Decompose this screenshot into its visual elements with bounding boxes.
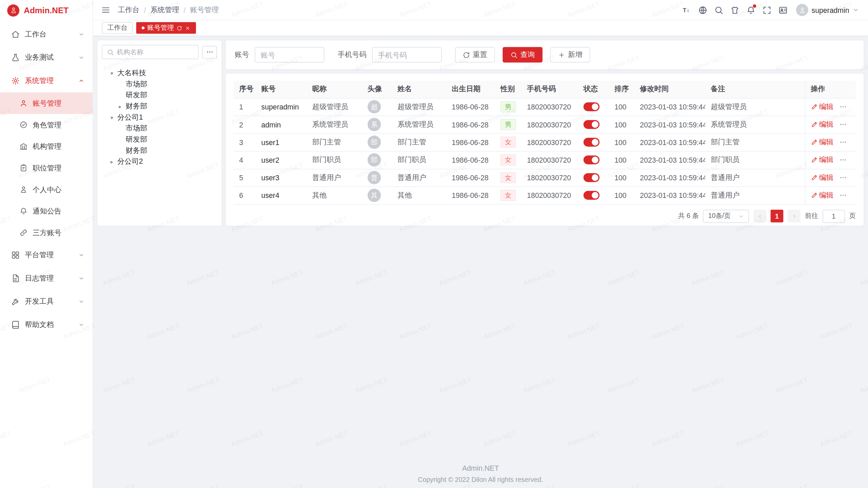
org-search-input[interactable] bbox=[117, 48, 194, 56]
page-size-select[interactable]: 10条/页 bbox=[703, 209, 749, 223]
sidebar-subitem-notice-announcement[interactable]: 通知公告 bbox=[0, 200, 93, 222]
edit-button[interactable]: 编辑 bbox=[811, 137, 833, 147]
sidebar-item-help-docs[interactable]: 帮助文档 bbox=[0, 313, 93, 337]
cell-index: 5 bbox=[234, 169, 256, 186]
language-button[interactable] bbox=[695, 2, 710, 17]
sidebar-subitem-account-management[interactable]: 账号管理 bbox=[0, 93, 93, 114]
next-page-button[interactable] bbox=[788, 210, 801, 223]
breadcrumb-item[interactable]: 工作台 bbox=[118, 5, 140, 15]
tree-caret-icon[interactable]: ▸ bbox=[117, 103, 123, 109]
cell-avatar: 系 bbox=[362, 116, 392, 133]
phone-input[interactable] bbox=[372, 47, 442, 63]
row-more-icon[interactable] bbox=[839, 138, 847, 146]
breadcrumb-item[interactable]: 系统管理 bbox=[150, 5, 179, 15]
row-more-icon[interactable] bbox=[839, 191, 847, 199]
cell-status bbox=[578, 169, 609, 186]
sidebar-item-dev-tools[interactable]: 开发工具 bbox=[0, 290, 93, 313]
status-toggle[interactable] bbox=[584, 120, 599, 129]
sidebar-subitem-label: 职位管理 bbox=[33, 163, 61, 173]
tab-refresh-icon[interactable] bbox=[177, 25, 182, 30]
tree-caret-icon[interactable]: ▾ bbox=[108, 70, 115, 76]
tab-close-icon[interactable] bbox=[185, 25, 190, 30]
footer-title: Admin.NET bbox=[93, 464, 868, 472]
svg-text:t: t bbox=[688, 8, 689, 13]
sidebar-subitem-label: 账号管理 bbox=[33, 98, 61, 108]
reset-button[interactable]: 重置 bbox=[455, 47, 495, 63]
search-button[interactable]: 查询 bbox=[502, 47, 542, 63]
topbar-actions: Tt bbox=[679, 2, 790, 17]
content: ▾大名科技市场部研发部▸财务部▾分公司1市场部研发部财务部▸分公司2 账号 手机… bbox=[93, 36, 868, 488]
tree-node[interactable]: ▾分公司1 bbox=[103, 112, 216, 123]
edit-button[interactable]: 编辑 bbox=[811, 120, 833, 129]
gender-tag: 女 bbox=[500, 155, 516, 166]
tab-account-management[interactable]: 账号管理 bbox=[136, 22, 196, 34]
sidebar-subitem-profile-center[interactable]: 个人中心 bbox=[0, 179, 93, 200]
sidebar-item-log-management[interactable]: 日志管理 bbox=[0, 267, 93, 290]
status-toggle[interactable] bbox=[584, 138, 599, 147]
org-tree-panel: ▾大名科技市场部研发部▸财务部▾分公司1市场部研发部财务部▸分公司2 bbox=[97, 40, 221, 226]
phone-label: 手机号码 bbox=[338, 50, 367, 60]
sidebar-subitem-org-management[interactable]: 机构管理 bbox=[0, 136, 93, 157]
menu-collapse-icon[interactable] bbox=[101, 5, 110, 14]
sidebar-subitem-label: 机构管理 bbox=[33, 141, 61, 151]
sidebar-item-workbench[interactable]: 工作台 bbox=[0, 23, 93, 46]
sidebar-item-system-management[interactable]: 系统管理 bbox=[0, 69, 93, 93]
cell-modified: 2023-01-03 10:59:44 bbox=[634, 186, 705, 204]
text-size-button[interactable]: Tt bbox=[679, 2, 694, 17]
tree-node[interactable]: ▸分公司2 bbox=[103, 156, 216, 167]
fullscreen-button[interactable] bbox=[760, 2, 774, 17]
sidebar-item-business-test[interactable]: 业务测试 bbox=[0, 46, 93, 69]
grid-icon bbox=[11, 251, 20, 260]
add-button[interactable]: 新增 bbox=[550, 47, 590, 63]
row-more-icon[interactable] bbox=[839, 156, 847, 164]
sidebar-item-label: 系统管理 bbox=[25, 76, 54, 86]
tree-node[interactable]: ▾大名科技 bbox=[103, 67, 216, 79]
tree-node[interactable]: 市场部 bbox=[103, 123, 216, 134]
status-toggle[interactable] bbox=[584, 173, 599, 182]
prev-page-button[interactable] bbox=[753, 210, 766, 223]
edit-button[interactable]: 编辑 bbox=[811, 172, 833, 182]
row-more-icon[interactable] bbox=[839, 174, 847, 182]
theme-button[interactable] bbox=[727, 2, 742, 17]
tree-node[interactable]: 财务部 bbox=[103, 145, 216, 156]
org-more-button[interactable] bbox=[202, 46, 217, 59]
chevron-left-icon bbox=[757, 213, 763, 219]
row-avatar: 部 bbox=[368, 136, 381, 149]
tree-node[interactable]: 研发部 bbox=[103, 134, 216, 145]
cell-index: 6 bbox=[234, 186, 256, 204]
profile-card-button[interactable] bbox=[775, 2, 790, 17]
role-icon bbox=[19, 121, 27, 129]
topbar: 工作台/系统管理/账号管理 Tt superadmin bbox=[93, 0, 868, 20]
page-1-button[interactable]: 1 bbox=[771, 210, 784, 223]
notifications-button[interactable] bbox=[744, 2, 758, 17]
edit-button[interactable]: 编辑 bbox=[811, 102, 833, 111]
column-header: 修改时间 bbox=[634, 81, 705, 98]
cell-avatar: 部 bbox=[362, 151, 392, 169]
search-button[interactable] bbox=[711, 2, 726, 17]
account-input[interactable] bbox=[255, 47, 324, 63]
sidebar-item-platform-management[interactable]: 平台管理 bbox=[0, 243, 93, 267]
tree-caret-icon[interactable]: ▾ bbox=[108, 114, 115, 120]
goto-page-input[interactable] bbox=[823, 209, 845, 223]
row-more-icon[interactable] bbox=[839, 121, 847, 128]
status-toggle[interactable] bbox=[584, 103, 599, 111]
status-toggle[interactable] bbox=[584, 156, 599, 164]
tree-node[interactable]: 市场部 bbox=[103, 79, 216, 90]
edit-button[interactable]: 编辑 bbox=[811, 155, 833, 165]
tree-node[interactable]: 研发部 bbox=[103, 89, 216, 101]
table-row: 4user2部门职员部部门职员1986-06-28女18020030720100… bbox=[234, 151, 856, 169]
bank-icon bbox=[19, 142, 27, 150]
cell-account: superadmin bbox=[256, 98, 307, 116]
flask-icon bbox=[11, 53, 20, 62]
sidebar-subitem-role-management[interactable]: 角色管理 bbox=[0, 114, 93, 136]
tree-caret-icon[interactable]: ▸ bbox=[108, 159, 115, 165]
sidebar-subitem-position-management[interactable]: 职位管理 bbox=[0, 157, 93, 179]
tab-workbench[interactable]: 工作台 bbox=[102, 22, 133, 34]
tree-node[interactable]: ▸财务部 bbox=[103, 101, 216, 112]
cell-index: 1 bbox=[234, 98, 256, 116]
user-menu[interactable]: superadmin bbox=[796, 4, 859, 16]
edit-button[interactable]: 编辑 bbox=[811, 190, 833, 200]
sidebar-subitem-third-party-account[interactable]: 三方账号 bbox=[0, 222, 93, 244]
status-toggle[interactable] bbox=[584, 191, 599, 200]
row-more-icon[interactable] bbox=[839, 103, 847, 111]
